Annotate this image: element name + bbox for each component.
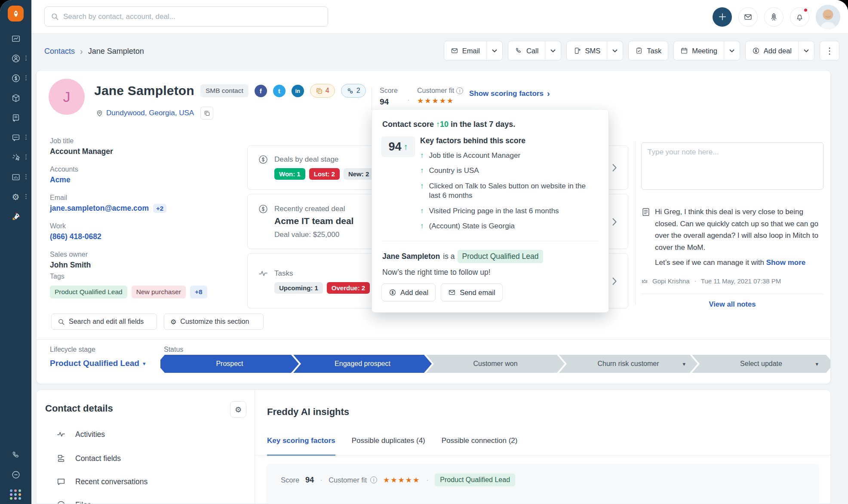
email-more-badge[interactable]: +2	[153, 204, 166, 213]
sidebar-item-deals[interactable]	[0, 70, 31, 87]
add-deal-dropdown-button[interactable]	[798, 41, 814, 60]
won-chip[interactable]: Won: 1	[274, 168, 305, 180]
tag-product-qualified-lead[interactable]: Product Qualified Lead	[50, 286, 127, 298]
info-icon[interactable]: i	[456, 87, 463, 94]
meeting-button[interactable]: Meeting	[674, 41, 724, 60]
show-scoring-factors-link[interactable]: Show scoring factors ›	[469, 89, 550, 98]
global-search[interactable]	[44, 6, 328, 27]
view-all-notes-link[interactable]: View all notes	[641, 294, 823, 308]
account-link[interactable]: Acme	[50, 175, 205, 184]
tag-more-badge[interactable]: +8	[190, 286, 207, 298]
email-dropdown-button[interactable]	[486, 41, 502, 60]
overdue-chip[interactable]: Overdue: 2	[327, 282, 370, 294]
contact-details-settings-button[interactable]: ⚙	[230, 401, 246, 418]
deals-card-next-button[interactable]	[608, 161, 621, 174]
stage-engaged-prospect[interactable]: Engaged prospect	[293, 355, 432, 373]
new-chip[interactable]: New: 2	[344, 168, 374, 180]
email-button[interactable]: Email	[444, 41, 486, 60]
stage-prospect[interactable]: Prospect	[160, 355, 299, 373]
email-link[interactable]: jane.sampleton@acme.com+2	[50, 204, 205, 213]
info-icon[interactable]: i	[370, 476, 377, 483]
sidebar-item-settings[interactable]: ⚙	[0, 188, 31, 206]
connections-badge[interactable]: 2	[341, 84, 366, 98]
sidebar-item-recent-conversations[interactable]: Recent conversations	[56, 477, 147, 486]
sidebar-item-contacts[interactable]	[0, 50, 31, 67]
sms-button[interactable]: SMS	[567, 41, 607, 60]
sidebar-item-phone[interactable]	[0, 446, 31, 464]
inbox-button[interactable]	[738, 7, 758, 27]
user-avatar[interactable]	[816, 5, 840, 29]
sidebar-item-conversations[interactable]	[0, 129, 31, 146]
stage-churn-risk[interactable]: Churn risk customer ▾	[559, 355, 697, 373]
stage-customer-won[interactable]: Customer won	[426, 355, 565, 373]
sidebar-item-contact-fields[interactable]: Contact fields	[56, 454, 121, 463]
sidebar-item-rocket[interactable]	[0, 208, 31, 225]
sidebar-item-help[interactable]	[0, 466, 31, 483]
sms-dropdown-button[interactable]	[607, 41, 623, 60]
breadcrumb-contacts[interactable]: Contacts	[44, 47, 75, 56]
sidebar-item-analytics[interactable]	[0, 169, 31, 186]
search-input[interactable]	[63, 12, 322, 21]
tag-new-purchaser[interactable]: New purchaser	[132, 286, 186, 298]
recent-deal-next-button[interactable]	[608, 215, 621, 228]
lost-chip[interactable]: Lost: 2	[309, 168, 340, 180]
lifecycle-stage-dropdown[interactable]: Product Qualified Lead ▾	[50, 359, 146, 368]
meeting-split-button: Meeting	[673, 41, 740, 61]
field-email: Email jane.sampleton@acme.com+2	[50, 194, 205, 213]
note-more-line: Let’s see if we can manage it with Show …	[655, 258, 823, 267]
add-deal-button[interactable]: Add deal	[746, 41, 798, 60]
sidebar-item-apps[interactable]	[0, 486, 31, 503]
sidebar-item-dashboard[interactable]	[0, 30, 31, 47]
sms-split-button: SMS	[566, 41, 623, 61]
tab-possible-duplicates[interactable]: Possible duplicates (4)	[352, 436, 425, 456]
tasks-card-next-button[interactable]	[608, 275, 621, 288]
call-dropdown-button[interactable]	[545, 41, 561, 60]
dot-separator: ·	[407, 95, 410, 104]
gear-icon: ⚙	[235, 405, 242, 414]
whats-new-button[interactable]	[764, 7, 783, 27]
task-button[interactable]: Task	[629, 41, 668, 60]
duplicates-badge[interactable]: 4	[310, 84, 335, 98]
popover-send-email-button[interactable]: Send email	[441, 283, 503, 301]
sidebar-item-products[interactable]	[0, 89, 31, 107]
contact-name: Jane Sampleton	[94, 83, 194, 98]
deal-value: Deal value: $25,000	[274, 230, 339, 239]
copy-button[interactable]	[200, 107, 213, 120]
note-input[interactable]	[641, 142, 823, 190]
upcoming-chip[interactable]: Upcoming: 1	[274, 282, 323, 294]
call-button[interactable]: Call	[508, 41, 545, 60]
twitter-icon[interactable]: t	[273, 85, 286, 97]
customize-section-button[interactable]: ⚙ Customize this section	[164, 313, 264, 330]
popover-add-deal-button[interactable]: Add deal	[381, 283, 436, 301]
drag-handle-icon	[25, 135, 27, 140]
recent-deal-title: Recently created deal	[274, 205, 345, 213]
meeting-dropdown-button[interactable]	[724, 41, 740, 60]
plus-icon	[718, 12, 727, 22]
note-doc-icon	[641, 207, 651, 218]
sidebar-item-documents[interactable]	[0, 109, 31, 126]
sidebar-item-files[interactable]: Files	[56, 500, 91, 504]
phone-link[interactable]: (866) 418-0682	[50, 232, 205, 241]
stage-select-update[interactable]: Select update ▾	[692, 355, 830, 373]
contact-location-link[interactable]: Dundywood, Georgia, USA	[106, 109, 194, 117]
tab-possible-connection[interactable]: Possible connection (2)	[442, 436, 518, 456]
dollar-circle-icon	[258, 154, 269, 166]
tab-key-scoring-factors[interactable]: Key scoring factors	[267, 436, 335, 456]
freddy-score-label: Score	[281, 476, 299, 484]
search-edit-fields-button[interactable]: Search and edit all fields	[51, 313, 157, 330]
show-more-link[interactable]: Show more	[766, 258, 806, 267]
breadcrumb: Contacts › Jane Sampleton	[44, 46, 144, 56]
quick-add-button[interactable]	[713, 7, 732, 27]
linkedin-icon[interactable]: in	[292, 85, 304, 97]
more-actions-button[interactable]: ⋮	[820, 41, 839, 61]
freshworks-logo-icon[interactable]	[8, 6, 24, 22]
notification-dot	[803, 8, 808, 12]
notifications-button[interactable]	[790, 7, 809, 27]
sidebar-item-activities[interactable]: Activities	[56, 430, 105, 439]
deal-name[interactable]: Acme IT team deal	[274, 216, 353, 226]
drag-handle-icon	[25, 174, 27, 179]
facebook-icon[interactable]: f	[255, 85, 267, 97]
contact-avatar[interactable]: J	[49, 79, 85, 115]
sidebar-item-automation[interactable]	[0, 149, 31, 166]
envelope-icon	[744, 12, 753, 22]
